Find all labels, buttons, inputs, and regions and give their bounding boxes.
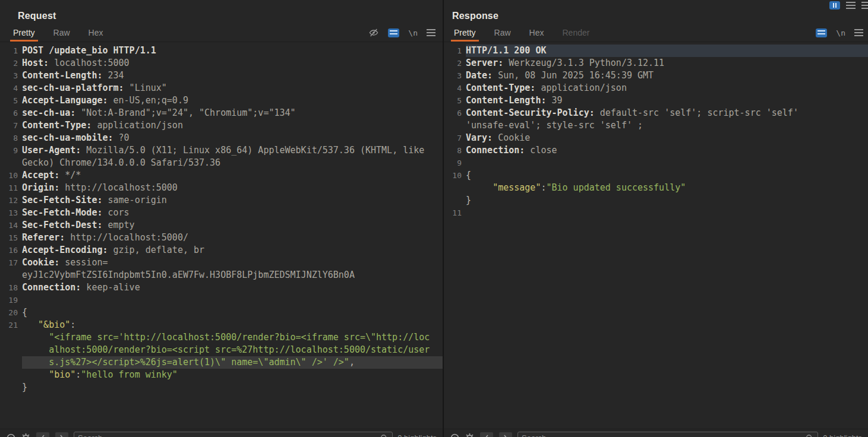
code-text: Host: localhost:5000	[22, 58, 130, 68]
code-line: 16Accept-Encoding: gzip, deflate, br	[0, 244, 443, 256]
gear-icon[interactable]	[465, 433, 475, 437]
code-line: 17Cookie: session=	[0, 256, 443, 269]
highlights-count: 0 highlights	[397, 433, 437, 437]
pretty-print-icon[interactable]	[388, 28, 399, 37]
line-number	[0, 157, 22, 169]
target-icon[interactable]	[6, 433, 16, 437]
code-text: alhost:5000/render?bio=<script src=%27ht…	[22, 344, 430, 355]
code-line: 11Origin: http://localhost:5000	[0, 182, 443, 194]
code-text: Cookie: session=	[22, 257, 108, 268]
code-line: 3Content-Length: 234	[0, 69, 443, 82]
search-input[interactable]	[522, 433, 806, 437]
code-text: Content-Type: application/json	[466, 83, 627, 93]
line-number: 4	[0, 82, 22, 94]
window-controls	[829, 1, 867, 10]
code-line: 1HTTP/1.1 200 OK	[444, 45, 868, 57]
line-number: 7	[0, 119, 22, 132]
newline-toggle-icon[interactable]: \n	[408, 28, 418, 37]
next-match-button[interactable]	[498, 432, 513, 437]
line-number: 18	[0, 281, 22, 294]
code-text: sec-ch-ua: "Not:A-Brand";v="24", "Chromi…	[22, 107, 296, 118]
code-text: Origin: http://localhost:5000	[22, 182, 178, 193]
response-search-bar: 0 highlights	[444, 429, 868, 437]
magnifier-icon	[380, 434, 389, 437]
code-text: POST /update_bio HTTP/1.1	[22, 45, 156, 56]
editor-menu-icon[interactable]	[427, 29, 435, 36]
line-number: 12	[0, 194, 22, 207]
code-line: 7Content-Type: application/json	[0, 119, 443, 132]
response-tab-raw[interactable]: Raw	[494, 24, 511, 42]
line-number: 4	[444, 82, 466, 94]
code-line: 14Sec-Fetch-Dest: empty	[0, 219, 443, 232]
line-number: 9	[0, 144, 22, 157]
code-line: Gecko) Chrome/134.0.0.0 Safari/537.36	[0, 157, 443, 169]
pause-icon[interactable]	[829, 1, 840, 10]
request-tab-raw[interactable]: Raw	[53, 24, 70, 42]
code-line: 20{	[0, 306, 443, 319]
code-line: 2Host: localhost:5000	[0, 57, 443, 69]
code-text: }	[22, 382, 27, 392]
line-number: 7	[444, 132, 466, 144]
line-number	[444, 119, 466, 132]
code-line: "bio":"hello from winky"	[0, 369, 443, 381]
code-line: 10{	[444, 169, 868, 182]
menu-icon[interactable]	[846, 2, 856, 10]
search-input[interactable]	[78, 433, 380, 437]
code-line: 15Referer: http://localhost:5000/	[0, 232, 443, 244]
code-text: HTTP/1.1 200 OK	[466, 45, 546, 56]
response-tab-bar: Pretty Raw Hex Render \n	[444, 24, 868, 42]
prev-match-button[interactable]	[36, 432, 50, 437]
prev-match-button[interactable]	[479, 432, 494, 437]
request-tab-hex[interactable]: Hex	[89, 24, 103, 42]
line-number	[0, 356, 22, 369]
code-text: Content-Type: application/json	[22, 120, 183, 131]
code-line: 19	[0, 294, 443, 306]
code-line: 21 "&bio":	[0, 319, 443, 331]
menu-icon[interactable]	[861, 2, 868, 10]
hide-eye-icon[interactable]	[368, 28, 379, 37]
line-number: 2	[444, 57, 466, 69]
code-text: }	[466, 195, 471, 205]
line-number	[0, 369, 22, 381]
code-text: Accept-Language: en-US,en;q=0.9	[22, 95, 188, 106]
request-editor[interactable]: 1POST /update_bio HTTP/1.12Host: localho…	[0, 42, 443, 429]
next-match-button[interactable]	[55, 432, 69, 437]
gear-icon[interactable]	[21, 433, 31, 437]
line-number: 8	[0, 132, 22, 144]
request-panel: Request Pretty Raw Hex \n 1POST /update_…	[0, 0, 444, 437]
target-icon[interactable]	[450, 433, 460, 437]
pretty-print-icon[interactable]	[816, 28, 827, 37]
code-line: 8sec-ch-ua-mobile: ?0	[0, 132, 443, 144]
line-number	[0, 344, 22, 356]
code-text: Sec-Fetch-Dest: empty	[22, 220, 135, 230]
response-tab-pretty[interactable]: Pretty	[454, 24, 476, 42]
code-line: 18Connection: keep-alive	[0, 281, 443, 294]
line-number: 5	[444, 94, 466, 107]
editor-menu-icon[interactable]	[854, 29, 863, 36]
line-number: 1	[0, 45, 22, 57]
response-editor[interactable]: 1HTTP/1.1 200 OK2Server: Werkzeug/3.1.3 …	[444, 42, 868, 429]
code-text: Content-Security-Policy: default-src 'se…	[466, 107, 798, 118]
magnifier-icon	[806, 434, 814, 437]
line-number: 1	[444, 45, 466, 57]
line-number: 10	[0, 169, 22, 182]
newline-toggle-icon[interactable]: \n	[836, 28, 845, 37]
highlights-count: 0 highlights	[823, 433, 862, 437]
code-line: "<iframe src='http://localhost:5000/rend…	[0, 331, 443, 344]
line-number	[0, 381, 22, 394]
request-header: Request	[0, 0, 443, 24]
code-line: 8Connection: close	[444, 144, 868, 157]
code-text: Connection: keep-alive	[22, 281, 140, 294]
line-number: 11	[444, 207, 466, 219]
line-number: 21	[0, 319, 22, 331]
code-text: Server: Werkzeug/3.1.3 Python/3.12.11	[466, 58, 664, 68]
code-text: Accept: */*	[22, 170, 81, 180]
code-text: eyJ1c2VybmFtZSI6Indpbmt5In0.aEW7Fw.H3OBF…	[22, 270, 355, 280]
line-number: 10	[444, 169, 466, 182]
code-line: 13Sec-Fetch-Mode: cors	[0, 207, 443, 219]
response-tab-hex[interactable]: Hex	[529, 24, 544, 42]
request-tab-pretty[interactable]: Pretty	[13, 24, 35, 42]
code-text: Date: Sun, 08 Jun 2025 16:45:39 GMT	[466, 70, 654, 81]
line-number: 6	[0, 107, 22, 119]
code-line: 12Sec-Fetch-Site: same-origin	[0, 194, 443, 207]
